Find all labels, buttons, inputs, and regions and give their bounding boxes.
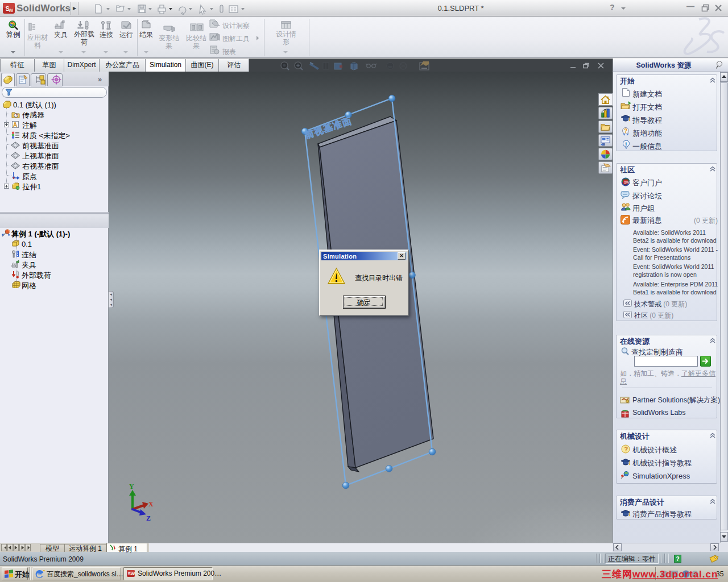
svg-text:SW: SW: [128, 571, 135, 576]
svg-text:Y: Y: [129, 483, 134, 490]
svg-text:SW: SW: [624, 181, 630, 184]
svg-text:?: ?: [624, 128, 627, 134]
svg-text:A: A: [13, 122, 17, 128]
svg-text:W: W: [9, 7, 14, 13]
svg-text:?: ?: [624, 446, 628, 452]
svg-text:Z: Z: [146, 514, 151, 522]
svg-text:X: X: [148, 500, 154, 508]
